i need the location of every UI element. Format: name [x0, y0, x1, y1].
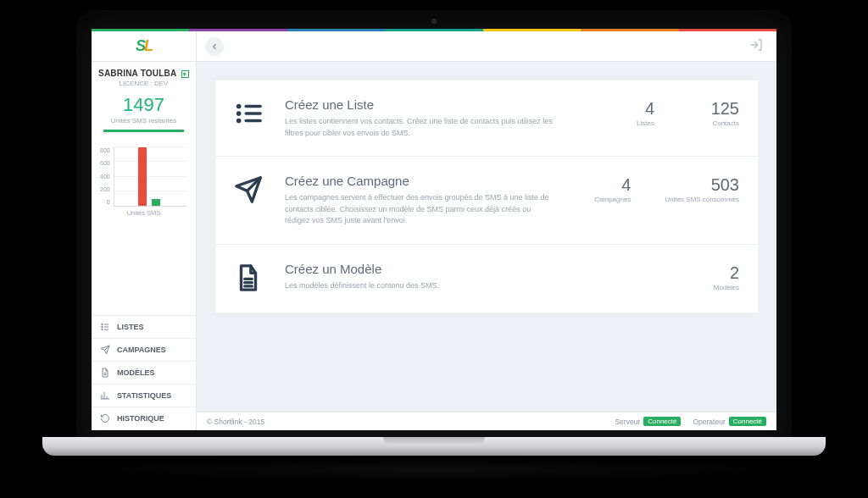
card-stat: 125Contacts [688, 99, 739, 127]
card-stat: 2Modèles [688, 263, 739, 291]
stat-value: 125 [688, 99, 739, 119]
logo-part-1: S [136, 37, 144, 54]
user-toggle-icon[interactable]: ▾ [181, 70, 189, 78]
dashboard-card[interactable]: Créez une CampagneLes campagnes servent … [215, 157, 758, 245]
card-description: Les campagnes servent à effectuer des en… [285, 192, 556, 227]
card-stat: 4Campagnes [580, 175, 631, 203]
logo-part-2: L [144, 37, 152, 54]
nav-icon [100, 368, 110, 378]
stat-label: Modèles [688, 284, 739, 291]
dashboard-card[interactable]: Créez un ModèleLes modèles définissent l… [215, 245, 758, 313]
user-role: LICENCE : DEV [97, 80, 191, 87]
file-icon [234, 262, 273, 296]
dashboard-card[interactable]: Créez une ListeLes listes contiennent vo… [215, 80, 758, 157]
sidebar-item-listes[interactable]: LISTES [92, 316, 196, 339]
svg-point-13 [236, 111, 242, 116]
units-progress-bar [103, 130, 184, 132]
sidebar-item-modèles[interactable]: MODÈLES [92, 362, 196, 385]
logo[interactable]: SL [92, 31, 197, 61]
nav-icon [100, 322, 110, 332]
operator-status-badge: Connecté [729, 417, 766, 426]
stat-value: 4 [580, 175, 631, 195]
nav-icon [100, 345, 110, 355]
sidebar-item-label: STATISTIQUES [117, 391, 171, 400]
back-button[interactable] [205, 37, 224, 56]
stat-label: Listes [604, 119, 654, 127]
card-title: Créez une Campagne [285, 174, 563, 188]
card-title: Créez un Modèle [285, 262, 671, 276]
topbar: SL [92, 31, 776, 62]
card-stat: 503Unités SMS consommés [665, 175, 739, 203]
stat-value: 503 [665, 175, 739, 195]
stat-value: 2 [688, 263, 739, 283]
svg-point-12 [236, 104, 242, 109]
stat-label: Contacts [688, 119, 739, 127]
sidebar: SABRINA TOULBA ▾ LICENCE : DEV 1497 Unit… [92, 62, 197, 430]
card-title: Créez une Liste [285, 97, 587, 112]
footer: © Shortlink - 2015 Serveur Connecté Oper… [197, 412, 776, 430]
card-description: Les modèles définissent le contenu des S… [285, 280, 556, 292]
camera-dot [431, 19, 437, 24]
dashboard-cards: Créez une ListeLes listes contiennent vo… [197, 62, 776, 412]
chart-bar [152, 199, 160, 206]
chart-bar [138, 147, 147, 206]
server-status-label: Serveur [615, 418, 640, 426]
mini-chart: 8006004002000 Unités SMS [92, 141, 196, 222]
card-stat: 4Listes [604, 99, 654, 127]
logout-icon[interactable] [749, 38, 768, 55]
stat-value: 4 [604, 99, 654, 119]
footer-copyright: © Shortlink - 2015 [207, 418, 264, 426]
sidebar-item-label: LISTES [117, 323, 144, 331]
svg-point-1 [102, 326, 103, 328]
svg-point-2 [102, 329, 103, 330]
sidebar-nav: LISTESCAMPAGNESMODÈLESSTATISTIQUESHISTOR… [92, 315, 196, 430]
stat-label: Campagnes [580, 196, 631, 203]
sidebar-item-label: MODÈLES [117, 368, 155, 377]
send-icon [234, 174, 273, 208]
nav-icon [100, 413, 110, 423]
operator-status-label: Operateur [693, 418, 725, 426]
list-icon [234, 97, 273, 131]
sidebar-item-label: HISTORIQUE [117, 414, 164, 423]
sidebar-item-statistiques[interactable]: STATISTIQUES [92, 385, 196, 407]
nav-icon [100, 390, 110, 401]
sidebar-item-campagnes[interactable]: CAMPAGNES [92, 339, 196, 362]
sidebar-item-label: CAMPAGNES [117, 346, 166, 354]
stat-label: Unités SMS consommés [665, 196, 739, 203]
card-description: Les listes contiennent vos contacts. Cré… [285, 116, 556, 139]
svg-point-14 [236, 119, 242, 124]
mini-chart-caption: Unités SMS [100, 209, 187, 217]
units-remaining-label: Unités SMS restantes [100, 117, 187, 125]
units-remaining-value: 1497 [100, 94, 187, 116]
sidebar-item-historique[interactable]: HISTORIQUE [92, 407, 196, 430]
user-block: SABRINA TOULBA ▾ LICENCE : DEV [92, 62, 196, 91]
svg-point-0 [102, 324, 103, 325]
user-name: SABRINA TOULBA [98, 69, 176, 78]
server-status-badge: Connecté [643, 417, 681, 426]
